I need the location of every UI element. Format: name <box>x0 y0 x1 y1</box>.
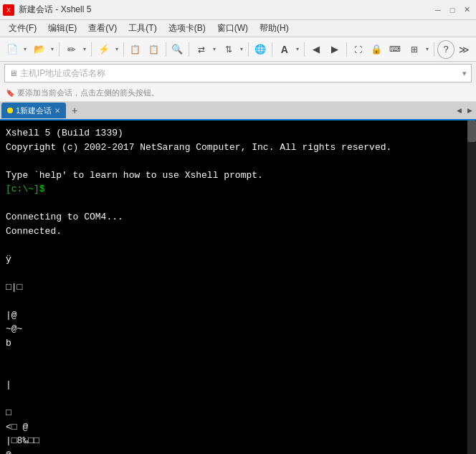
toolbar-transfer-group: ⇄ ▾ <box>192 40 218 59</box>
toolbar-sep-3 <box>123 42 124 57</box>
toolbar-sep-1 <box>59 42 60 57</box>
toolbar-sep-8 <box>304 42 305 57</box>
open-button[interactable]: 📂 <box>30 40 49 59</box>
menu-help[interactable]: 帮助(H) <box>254 20 295 37</box>
title-bar: X 新建会话 - Xshell 5 ─ □ ✕ <box>0 0 476 20</box>
term-line-18: | <box>6 378 470 392</box>
app-icon: X <box>3 4 14 16</box>
new-session-button[interactable]: 📄 <box>3 40 22 59</box>
toolbar-sftp-group: ⇅ ▾ <box>219 40 245 59</box>
forward-button[interactable]: ▶ <box>326 40 343 59</box>
connect-button[interactable]: ⚡ <box>95 40 113 59</box>
term-line-1: Xshell 5 (Build 1339) <box>6 126 470 141</box>
address-dropdown-icon[interactable]: ▾ <box>462 69 467 78</box>
term-line-connected: Connected. <box>6 224 470 239</box>
term-line-13: |@ <box>6 308 470 323</box>
tab-nav: ◀ ▶ <box>454 103 475 118</box>
info-icon: 🔖 <box>6 89 14 97</box>
term-line-10 <box>6 266 470 280</box>
close-button[interactable]: ✕ <box>460 4 473 16</box>
toolbar-sep-9 <box>346 42 347 57</box>
window-title: 新建会话 - Xshell 5 <box>19 4 91 16</box>
help-button[interactable]: ? <box>437 40 454 59</box>
search-button[interactable]: 🔍 <box>168 40 186 59</box>
edit-dropdown[interactable]: ▾ <box>81 40 88 59</box>
menu-window[interactable]: 窗口(W) <box>211 20 254 37</box>
term-line-3 <box>6 154 470 169</box>
term-line-21: <□ @ <box>6 420 470 435</box>
maximize-button[interactable]: □ <box>446 4 459 16</box>
paste-button[interactable]: 📋 <box>146 40 163 59</box>
term-line-23: @ <box>6 448 470 455</box>
terminal[interactable]: Xshell 5 (Build 1339) Copyright (c) 2002… <box>0 120 476 454</box>
copy-button[interactable]: 📋 <box>127 40 144 59</box>
minimize-button[interactable]: ─ <box>432 4 444 16</box>
lock-button[interactable]: 🔒 <box>368 40 385 59</box>
toolbar: 📄 ▾ 📂 ▾ ✏ ▾ ⚡ ▾ 📋 📋 🔍 ⇄ ▾ ⇅ ▾ 🌐 A ▾ ◀ ▶ … <box>0 37 476 62</box>
tab-bullet <box>7 108 13 113</box>
fullscreen-button[interactable]: ⛶ <box>350 40 367 59</box>
resize-button[interactable]: ⊞ <box>405 40 424 59</box>
toolbar-sep-5 <box>189 42 189 57</box>
transfer-button[interactable]: ⇄ <box>192 40 211 59</box>
menu-bar: 文件(F) 编辑(E) 查看(V) 工具(T) 选项卡(B) 窗口(W) 帮助(… <box>0 20 476 37</box>
toolbar-sep-7 <box>272 42 272 57</box>
resize-dropdown[interactable]: ▾ <box>424 40 431 59</box>
transfer-dropdown[interactable]: ▾ <box>211 40 218 59</box>
title-left: X 新建会话 - Xshell 5 <box>3 4 91 16</box>
term-line-19 <box>6 392 470 407</box>
tab-add-button[interactable]: + <box>67 103 82 118</box>
term-line-6 <box>6 197 470 211</box>
globe-button[interactable]: 🌐 <box>252 40 269 59</box>
sftp-button[interactable]: ⇅ <box>219 40 238 59</box>
address-bar-placeholder: 主机IP地址或会话名称 <box>20 67 105 80</box>
tab-close-icon[interactable]: ✕ <box>54 107 60 115</box>
info-bar-text: 要添加当前会话，点击左侧的箭头按钮。 <box>17 88 159 98</box>
toolbar-sep-6 <box>248 42 249 57</box>
terminal-scrollbar[interactable] <box>467 120 476 454</box>
term-line-20: □ <box>6 406 470 420</box>
tab-label: 1新建会话 <box>16 105 52 116</box>
tab-nav-prev[interactable]: ◀ <box>454 103 464 118</box>
menu-tabs[interactable]: 选项卡(B) <box>163 20 211 37</box>
term-line-11: □|□ <box>6 280 470 295</box>
new-session-dropdown[interactable]: ▾ <box>22 40 29 59</box>
toolbar-resize-group: ⊞ ▾ <box>405 40 431 59</box>
info-bar: 🔖 要添加当前会话，点击左侧的箭头按钮。 <box>0 85 476 102</box>
term-line-22: |□8‰□□ <box>6 434 470 448</box>
tab-bar: 1新建会话 ✕ + ◀ ▶ <box>0 102 476 120</box>
term-line-connecting: Connecting to COM4... <box>6 210 470 224</box>
open-dropdown[interactable]: ▾ <box>49 40 56 59</box>
menu-edit[interactable]: 编辑(E) <box>42 20 82 37</box>
address-bar[interactable]: 🖥 主机IP地址或会话名称 ▾ <box>4 64 472 82</box>
term-line-4: Type `help' to learn how to use Xshell p… <box>6 169 470 183</box>
toolbar-sep-10 <box>434 42 434 57</box>
tab-nav-next[interactable]: ▶ <box>465 103 475 118</box>
back-button[interactable]: ◀ <box>308 40 325 59</box>
more-button[interactable]: ≫ <box>456 40 473 59</box>
term-line-12 <box>6 294 470 308</box>
toolbar-sep-2 <box>91 42 92 57</box>
toolbar-font-group: A ▾ <box>275 40 301 59</box>
menu-tools[interactable]: 工具(T) <box>123 20 162 37</box>
font-dropdown[interactable]: ▾ <box>294 40 301 59</box>
menu-view[interactable]: 查看(V) <box>82 20 123 37</box>
toolbar-open-group: 📂 ▾ <box>30 40 56 59</box>
term-line-14: ~@~ <box>6 322 470 336</box>
toolbar-edit-group: ✏ ▾ <box>62 40 88 59</box>
menu-file[interactable]: 文件(F) <box>3 20 42 37</box>
sftp-dropdown[interactable]: ▾ <box>238 40 245 59</box>
toolbar-sep-4 <box>166 42 166 57</box>
edit-button[interactable]: ✏ <box>62 40 81 59</box>
title-controls: ─ □ ✕ <box>432 4 473 16</box>
terminal-scrollbar-thumb[interactable] <box>467 120 476 142</box>
keyboard-button[interactable]: ⌨ <box>386 40 404 59</box>
term-line-15: b <box>6 336 470 351</box>
tab-new-session[interactable]: 1新建会话 ✕ <box>1 103 66 118</box>
address-bar-icon: 🖥 <box>9 69 17 77</box>
toolbar-connect-group: ⚡ ▾ <box>95 40 120 59</box>
term-line-17 <box>6 364 470 379</box>
connect-dropdown[interactable]: ▾ <box>113 40 120 59</box>
app-icon-letter: X <box>6 6 11 14</box>
font-button[interactable]: A <box>275 40 294 59</box>
